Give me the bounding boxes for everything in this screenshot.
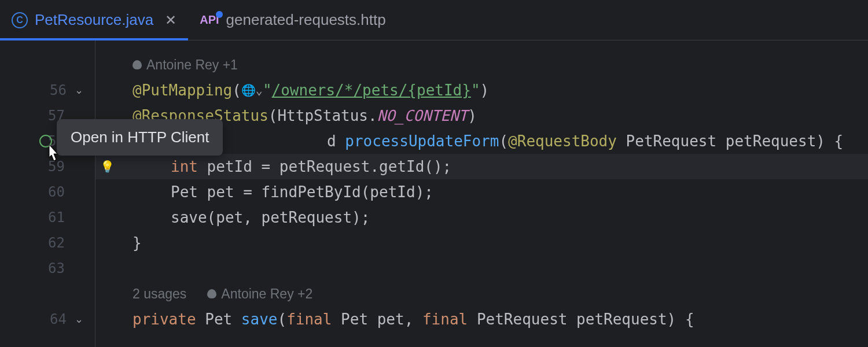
line-number: 61 [42,209,65,226]
class-icon: C [12,12,28,28]
line-number: 64 [43,311,67,327]
chevron-down-icon[interactable]: ⌄ [75,313,83,326]
inlay-hints[interactable]: 2 usages Antoine Rey +2 [95,281,868,307]
gutter-row[interactable]: 60 [0,179,95,205]
code-line[interactable]: @PutMapping(🌐⌄"/owners/*/pets/{petId}") [95,77,868,103]
code-line[interactable]: } [95,230,868,256]
close-icon[interactable]: ✕ [165,12,176,28]
gutter-row[interactable]: 63 [0,256,95,281]
tab-label: generated-requests.http [226,11,386,29]
person-icon [207,289,216,298]
gutter-row[interactable]: 64 ⌄ [0,307,95,332]
cursor-icon [43,143,62,169]
line-number: 60 [42,184,65,200]
person-icon [133,60,142,69]
author-hint[interactable]: Antoine Rey +2 [207,286,312,302]
editor: 56 ⌄ 57 58 59 💡 60 61 62 6 [0,40,868,347]
line-number: 63 [42,260,65,276]
tab-label: PetResource.java [35,11,153,29]
api-icon: API [200,13,219,27]
gutter-row[interactable]: 56 ⌄ [0,77,95,103]
gutter-row[interactable]: 61 [0,205,95,230]
bulb-icon[interactable]: 💡 [100,160,115,174]
tab-bar: C PetResource.java ✕ API generated-reque… [0,0,868,40]
code-line[interactable]: int petId = petRequest.getId(); [95,154,868,179]
tab-petresource[interactable]: C PetResource.java ✕ [0,0,188,40]
code-line[interactable]: save(pet, petRequest); [95,205,868,230]
gutter-row[interactable]: 62 [0,230,95,256]
globe-icon[interactable]: 🌐⌄ [241,83,263,97]
tab-generated-requests[interactable]: API generated-requests.http [188,0,397,40]
code-line[interactable] [95,256,868,281]
line-number: 56 [43,82,67,98]
usages-hint[interactable]: 2 usages [133,286,186,302]
gutter: 56 ⌄ 57 58 59 💡 60 61 62 6 [0,40,95,347]
code-line[interactable]: private Pet save(final Pet pet, final Pe… [95,307,868,332]
chevron-down-icon[interactable]: ⌄ [75,84,83,97]
author-hint[interactable]: Antoine Rey +1 [95,52,868,77]
tooltip-http-client: Open in HTTP Client [57,119,223,156]
code-area[interactable]: Antoine Rey +1 @PutMapping(🌐⌄"/owners/*/… [95,40,868,347]
code-line[interactable]: Pet pet = findPetById(petId); [95,179,868,205]
line-number: 62 [42,235,65,251]
